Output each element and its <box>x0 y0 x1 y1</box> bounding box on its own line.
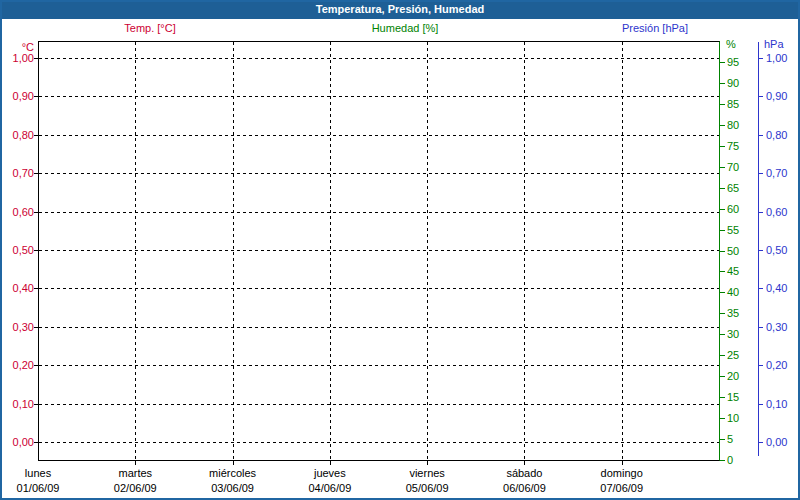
percent-axis-tick-label: 35 <box>727 307 739 319</box>
left-axis-tick <box>34 212 38 213</box>
hpa-axis-line <box>758 42 759 456</box>
x-axis-tick <box>330 461 331 465</box>
percent-axis-tick-label: 55 <box>727 224 739 236</box>
percent-axis-tick-label: 30 <box>727 328 739 340</box>
v-gridline <box>135 42 136 460</box>
x-axis-tick <box>427 461 428 465</box>
left-axis-tick-label: 0,20 <box>0 359 34 371</box>
percent-axis-tick-label: 10 <box>727 412 739 424</box>
h-gridline <box>39 365 719 366</box>
left-axis-tick <box>34 327 38 328</box>
x-axis-day-label: lunes <box>25 467 51 479</box>
plot-area: 1,001,000,900,900,800,800,700,700,600,60… <box>0 0 800 500</box>
x-axis-day-label: viernes <box>409 467 444 479</box>
x-axis-date-label: 07/06/09 <box>600 482 643 494</box>
hpa-axis-tick-label: 0,10 <box>766 398 787 410</box>
percent-axis-tick <box>720 376 725 377</box>
percent-axis-tick-label: 90 <box>727 77 739 89</box>
percent-axis-tick-label: 20 <box>727 370 739 382</box>
x-axis-date-label: 04/06/09 <box>308 482 351 494</box>
left-axis-tick <box>34 173 38 174</box>
hpa-axis-tick-label: 0,70 <box>766 167 787 179</box>
hpa-axis-tick-label: 0,90 <box>766 90 787 102</box>
left-axis-tick <box>34 96 38 97</box>
percent-axis-tick <box>720 104 725 105</box>
x-axis-date-label: 02/06/09 <box>114 482 157 494</box>
percent-axis-tick <box>720 418 725 419</box>
left-axis-tick-label: 0,90 <box>0 90 34 102</box>
percent-axis-tick <box>720 83 725 84</box>
percent-axis-tick <box>720 209 725 210</box>
percent-axis-tick <box>720 125 725 126</box>
x-axis-day-label: jueves <box>314 467 346 479</box>
left-axis-tick-label: 1,00 <box>0 52 34 64</box>
percent-axis-tick <box>720 251 725 252</box>
percent-axis-tick-label: 80 <box>727 119 739 131</box>
left-axis-tick-label: 0,00 <box>0 436 34 448</box>
percent-axis-tick <box>720 397 725 398</box>
percent-axis-tick-label: 75 <box>727 140 739 152</box>
percent-axis-tick <box>720 167 725 168</box>
v-gridline <box>330 42 331 460</box>
h-gridline <box>39 58 719 59</box>
h-gridline <box>39 135 719 136</box>
x-axis-date-label: 05/06/09 <box>406 482 449 494</box>
percent-axis-tick-label: 40 <box>727 286 739 298</box>
v-gridline <box>233 42 234 460</box>
h-gridline <box>39 442 719 443</box>
percent-axis-tick <box>720 439 725 440</box>
percent-axis-tick-label: 85 <box>727 98 739 110</box>
left-axis-tick-label: 0,40 <box>0 282 34 294</box>
left-axis-tick <box>34 135 38 136</box>
percent-axis-tick <box>720 313 725 314</box>
percent-axis-tick <box>720 62 725 63</box>
percent-axis-tick-label: 60 <box>727 203 739 215</box>
hpa-axis-tick-label: 0,80 <box>766 129 787 141</box>
plot-border <box>38 41 720 461</box>
chart-window: Temperatura, Presión, Humedad Temp. [°C]… <box>0 0 800 500</box>
h-gridline <box>39 250 719 251</box>
x-axis-date-label: 01/06/09 <box>17 482 60 494</box>
x-axis-tick <box>524 461 525 465</box>
left-axis-tick-label: 0,50 <box>0 244 34 256</box>
percent-axis-tick <box>720 230 725 231</box>
x-axis-tick <box>135 461 136 465</box>
left-axis-tick-label: 0,30 <box>0 321 34 333</box>
percent-axis-tick-label: 5 <box>727 433 733 445</box>
x-axis-tick <box>233 461 234 465</box>
x-axis-date-label: 03/06/09 <box>211 482 254 494</box>
percent-axis-tick-label: 0 <box>727 454 733 466</box>
x-axis-date-label: 06/06/09 <box>503 482 546 494</box>
percent-axis-tick <box>720 355 725 356</box>
hpa-axis-tick-label: 0,60 <box>766 206 787 218</box>
percent-axis-tick <box>720 271 725 272</box>
percent-axis-tick <box>720 146 725 147</box>
left-axis-tick <box>34 58 38 59</box>
percent-axis-tick <box>720 460 725 461</box>
percent-axis-tick-label: 65 <box>727 182 739 194</box>
v-gridline <box>427 42 428 460</box>
left-axis-tick <box>34 250 38 251</box>
percent-axis-tick-label: 45 <box>727 265 739 277</box>
percent-axis-tick-label: 95 <box>727 56 739 68</box>
x-axis-day-label: miércoles <box>209 467 256 479</box>
h-gridline <box>39 404 719 405</box>
h-gridline <box>39 173 719 174</box>
h-gridline <box>39 96 719 97</box>
h-gridline <box>39 212 719 213</box>
left-axis-tick <box>34 365 38 366</box>
percent-axis-tick-label: 25 <box>727 349 739 361</box>
x-axis-tick <box>622 461 623 465</box>
percent-axis-tick-label: 70 <box>727 161 739 173</box>
percent-axis-tick <box>720 188 725 189</box>
percent-axis-tick-label: 15 <box>727 391 739 403</box>
left-axis-tick-label: 0,60 <box>0 206 34 218</box>
left-axis-tick <box>34 442 38 443</box>
hpa-axis-tick-label: 0,00 <box>766 436 787 448</box>
v-gridline <box>622 42 623 460</box>
hpa-axis-tick-label: 1,00 <box>766 52 787 64</box>
percent-axis-tick <box>720 292 725 293</box>
content-layer: Temperatura, Presión, Humedad Temp. [°C]… <box>0 0 800 500</box>
left-axis-tick-label: 0,70 <box>0 167 34 179</box>
x-axis-day-label: sábado <box>506 467 542 479</box>
